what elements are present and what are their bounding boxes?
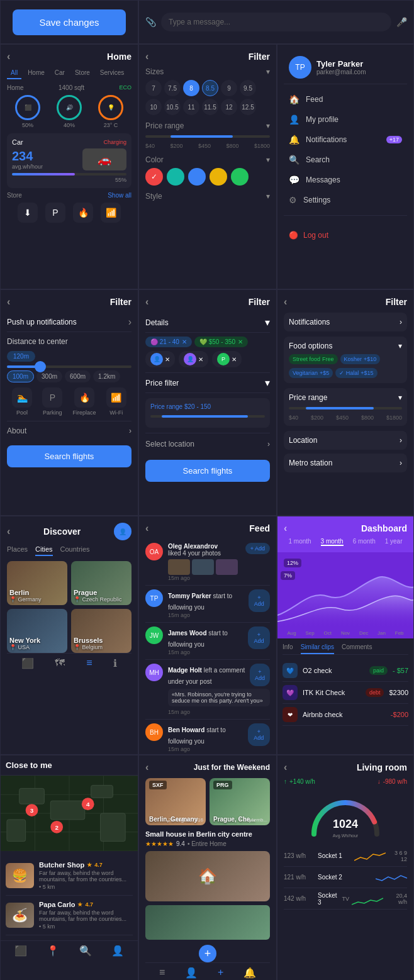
nav-location-icon[interactable]: 📍	[47, 945, 59, 957]
food-veg[interactable]: Vegitarian +$5	[289, 368, 333, 378]
price-range-slider4[interactable]	[289, 407, 402, 409]
tab-store[interactable]: Store	[71, 67, 94, 79]
menu-settings[interactable]: ⚙ Settings	[284, 190, 407, 210]
select-location-row[interactable]: Select location ›	[145, 433, 270, 455]
nav-info-icon[interactable]: ℹ	[113, 657, 117, 669]
tab-6month[interactable]: 6 month	[353, 538, 376, 546]
store-icon-1[interactable]: ⬇	[18, 203, 38, 223]
follow-btn-1[interactable]: + Add	[245, 543, 270, 554]
back-arrow-filter4[interactable]: ‹	[284, 296, 287, 308]
add-button[interactable]: +	[199, 945, 216, 962]
size-115[interactable]: 11.5	[202, 99, 218, 115]
tab-info[interactable]: Info	[283, 643, 293, 654]
color-red[interactable]: ✓	[145, 168, 163, 186]
nav-w3[interactable]: +	[218, 967, 223, 979]
restaurant-butcher[interactable]: 🍔 Butcher Shop ★ 4.7 Far far away, behin…	[6, 856, 133, 896]
distance-thumb[interactable]	[35, 361, 46, 372]
remove-avatar-2[interactable]: ✕	[198, 356, 203, 363]
weekend-city2[interactable]: PRG Prague, Che... 5 Septemb...	[210, 778, 270, 825]
back-arrow-dash[interactable]: ‹	[284, 523, 287, 534]
color-green[interactable]	[231, 168, 249, 186]
nav-w1[interactable]: ≡	[159, 967, 165, 979]
back-arrow-feed[interactable]: ‹	[145, 523, 148, 534]
size-95[interactable]: 9.5	[240, 80, 256, 96]
size-8[interactable]: 8	[183, 80, 199, 96]
show-all-link[interactable]: Show all	[108, 192, 131, 199]
chip-price[interactable]: 💚 $50 - 350 ✕	[194, 337, 248, 347]
menu-messages[interactable]: 💬 Messages	[284, 170, 407, 190]
nav-user-icon[interactable]: 👤	[111, 945, 124, 957]
price-slider[interactable]	[150, 415, 265, 418]
nav-w2[interactable]: 👤	[185, 967, 198, 979]
tab-1month[interactable]: 1 month	[288, 538, 311, 546]
tab-car[interactable]: Car	[51, 67, 69, 79]
follow-btn-2[interactable]: + Add	[249, 589, 270, 612]
size-105[interactable]: 10.5	[164, 99, 181, 115]
search-flights-btn-1[interactable]: Search flights	[7, 445, 131, 467]
back-arrow-living[interactable]: ‹	[284, 762, 287, 773]
nav-map-icon[interactable]: 🗺	[55, 657, 65, 669]
size-12[interactable]: 12	[221, 99, 237, 115]
color-yellow[interactable]	[210, 168, 227, 186]
nav-grid2-icon[interactable]: ⬛	[14, 945, 27, 957]
nav-grid-icon[interactable]: ⬛	[21, 657, 34, 669]
amenity-wifi[interactable]: 📶 Wi-Fi	[106, 387, 126, 416]
nav-list-icon[interactable]: ≡	[86, 657, 92, 669]
city-berlin[interactable]: Berlin 📍 Germany	[7, 561, 67, 605]
store-icon-3[interactable]: 🔥	[73, 203, 93, 223]
city-brussels[interactable]: Brussels 📍 Belgium	[71, 609, 131, 653]
tab-all[interactable]: All	[7, 67, 21, 79]
nav-search2-icon[interactable]: 🔍	[79, 945, 92, 957]
location-section[interactable]: Location ›	[284, 431, 407, 450]
search-flights-btn-2[interactable]: Search flights	[145, 460, 270, 482]
color-teal[interactable]	[167, 168, 184, 186]
remove-avatar-1[interactable]: ✕	[165, 356, 170, 363]
restaurant-papa[interactable]: 🍝 Papa Carlo ★ 4.7 Far far away, behind …	[6, 896, 133, 935]
back-arrow-filter2[interactable]: ‹	[7, 296, 10, 308]
follow-btn-3[interactable]: + Add	[248, 626, 270, 649]
back-arrow-filter[interactable]: ‹	[145, 51, 148, 62]
size-10[interactable]: 10	[145, 99, 162, 115]
size-125[interactable]: 12.5	[240, 99, 256, 115]
dist-100m[interactable]: 100m	[7, 370, 34, 382]
tab-3month[interactable]: 3 month	[321, 538, 344, 546]
back-arrow-home[interactable]: ‹	[7, 51, 10, 62]
store-icon-4[interactable]: 📶	[101, 203, 121, 223]
menu-profile[interactable]: 👤 My profile	[284, 109, 407, 130]
follow-btn-5[interactable]: + Add	[248, 723, 270, 746]
food-halal[interactable]: ✓ Halal +$15	[335, 368, 377, 378]
size-11[interactable]: 11	[183, 99, 199, 115]
city-prague[interactable]: Prague 📍 Czech Republic	[71, 561, 131, 605]
dist-600m[interactable]: 600m	[65, 370, 91, 382]
amenity-pool[interactable]: 🏊 Pool	[12, 387, 32, 416]
tab-comments[interactable]: Comments	[342, 643, 372, 654]
menu-feed[interactable]: 🏠 Feed	[284, 89, 407, 109]
back-arrow-discover[interactable]: ‹	[7, 526, 10, 537]
food-kosher[interactable]: Kosher +$10	[340, 354, 381, 364]
weekend-city1[interactable]: SXF Berlin, Germany 28 August 2016	[145, 778, 206, 825]
nav-w4[interactable]: 🔔	[243, 967, 256, 979]
back-arrow-filter3[interactable]: ‹	[145, 296, 148, 308]
tab-countries[interactable]: Countries	[60, 545, 90, 556]
store-icon-2[interactable]: P	[45, 203, 65, 223]
size-7[interactable]: 7	[145, 80, 162, 96]
menu-search[interactable]: 🔍 Search	[284, 150, 407, 170]
logout-button[interactable]: 🔴 Log out	[284, 226, 407, 245]
size-75[interactable]: 7.5	[164, 80, 181, 96]
distance-track[interactable]	[7, 365, 131, 368]
follow-btn-4[interactable]: + Add	[250, 664, 270, 686]
message-input[interactable]: Type a message...	[161, 13, 391, 31]
remove-avatar-3[interactable]: ✕	[232, 356, 237, 363]
city-newyork[interactable]: New York 📍 USA	[7, 609, 67, 653]
tab-places[interactable]: Places	[7, 545, 28, 556]
metro-station-section[interactable]: Metro station ›	[284, 454, 407, 472]
tab-1year[interactable]: 1 year	[385, 538, 403, 546]
food-street[interactable]: Street food Free	[289, 354, 338, 364]
size-9[interactable]: 9	[221, 80, 237, 96]
tab-services[interactable]: Services	[96, 67, 128, 79]
tab-similar[interactable]: Similar clips	[301, 643, 334, 654]
menu-notifications[interactable]: 🔔 Notifications +17	[284, 130, 407, 150]
tab-home[interactable]: Home	[24, 67, 48, 79]
tab-cities[interactable]: Cities	[35, 545, 53, 556]
amenity-parking[interactable]: P Parking	[42, 387, 62, 416]
